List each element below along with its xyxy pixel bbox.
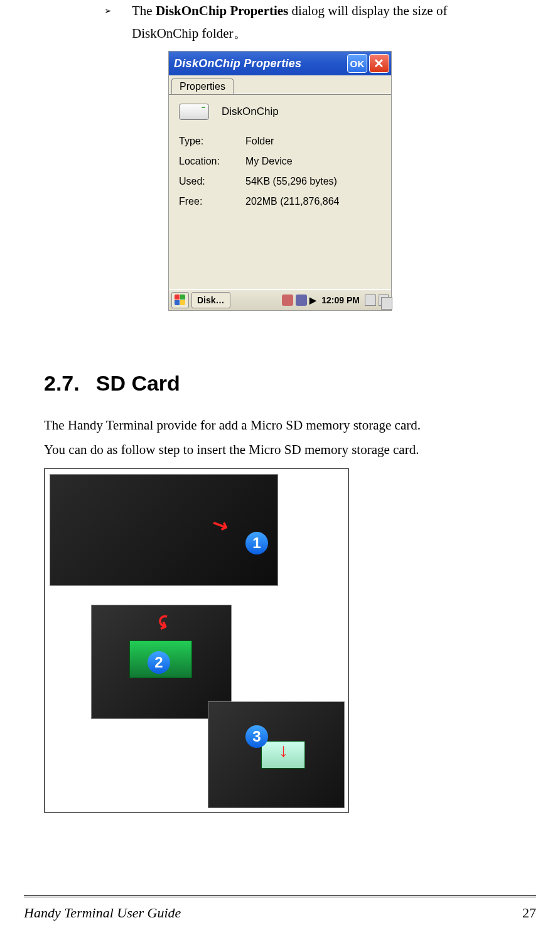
window-title: DiskOnChip Properties	[174, 57, 345, 70]
tray-screen-icon[interactable]	[365, 295, 376, 306]
body-line: You can do as follow step to insert the …	[44, 438, 516, 462]
body-line: The Handy Terminal provide for add a Mic…	[44, 413, 516, 438]
bullet-text: The DiskOnChip Properties dialog will di…	[132, 0, 516, 45]
step-marker-3: 3	[245, 725, 268, 748]
tray-arrow-icon[interactable]: ▶	[310, 295, 316, 305]
value-type: Folder	[245, 131, 274, 151]
section-number: 2.7.	[44, 371, 80, 395]
label-free: Free:	[179, 192, 232, 212]
tray-windows-icon[interactable]	[379, 295, 389, 306]
photo-step-3: ↓	[208, 701, 345, 808]
step-marker-1: 1	[245, 532, 268, 554]
footer-title: Handy Terminal User Guide	[24, 905, 181, 921]
ok-button[interactable]: OK	[347, 54, 367, 73]
tab-properties[interactable]: Properties	[171, 78, 234, 94]
arrow-icon: ↘	[208, 511, 231, 538]
section-body: The Handy Terminal provide for add a Mic…	[44, 413, 516, 462]
start-button[interactable]	[171, 292, 189, 308]
system-tray: ▶ 12:09 PM	[282, 295, 389, 306]
drive-icon	[179, 104, 209, 120]
object-name: DiskOnChip	[222, 105, 279, 118]
instruction-photo: ↘ ↶ ↓ 1 2 3	[44, 468, 349, 813]
window-titlebar: DiskOnChip Properties OK ✕	[169, 51, 391, 75]
clock[interactable]: 12:09 PM	[319, 295, 362, 305]
label-location: Location:	[179, 151, 232, 171]
tab-strip: Properties	[169, 75, 391, 94]
value-free: 202MB (211,876,864	[245, 192, 339, 212]
tray-icon[interactable]	[282, 295, 293, 306]
section-heading: 2.7.SD Card	[44, 371, 516, 396]
bullet-symbol: ➢	[104, 0, 112, 45]
tab-panel: DiskOnChip Type: Folder Location: My Dev…	[169, 94, 391, 289]
windows-flag-icon	[175, 295, 186, 306]
arrow-icon: ↶	[152, 612, 178, 634]
screenshot-diskonchip-dialog: DiskOnChip Properties OK ✕ Properties Di…	[168, 51, 392, 311]
taskbar: Disk… ▶ 12:09 PM	[169, 289, 391, 310]
value-used: 54KB (55,296 bytes)	[245, 171, 337, 192]
page-number: 27	[522, 905, 536, 921]
page-footer: Handy Terminal User Guide 27	[24, 905, 536, 921]
taskbar-task[interactable]: Disk…	[191, 292, 230, 308]
tray-icon[interactable]	[296, 295, 307, 306]
arrow-icon: ↓	[279, 740, 288, 761]
photo-step-1: ↘	[50, 474, 278, 586]
value-location: My Device	[245, 151, 293, 171]
section-title: SD Card	[96, 371, 180, 395]
close-button[interactable]: ✕	[369, 54, 389, 73]
bullet-item: ➢ The DiskOnChip Properties dialog will …	[104, 0, 516, 45]
footer-rule	[24, 895, 536, 897]
label-used: Used:	[179, 171, 232, 192]
step-marker-2: 2	[148, 651, 170, 674]
label-type: Type:	[179, 131, 232, 151]
